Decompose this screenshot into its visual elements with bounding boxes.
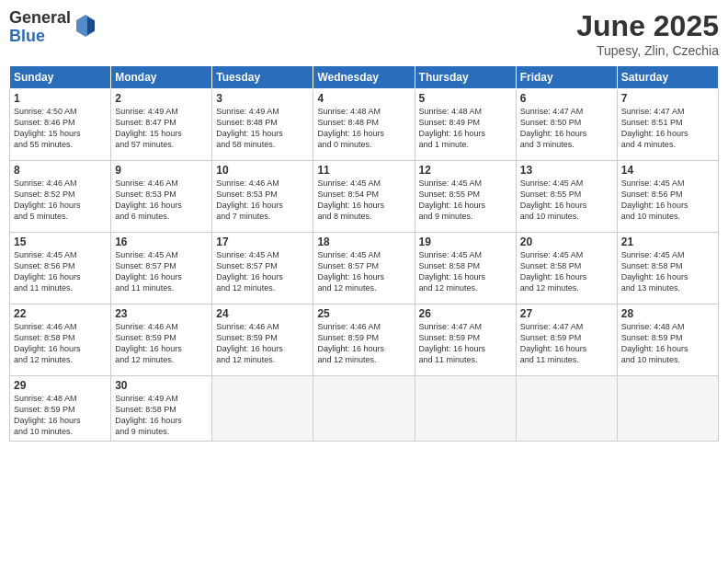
day-number: 19 xyxy=(419,236,512,248)
day-info: Sunrise: 4:50 AM Sunset: 8:46 PM Dayligh… xyxy=(14,106,107,151)
day-info: Sunrise: 4:49 AM Sunset: 8:47 PM Dayligh… xyxy=(115,106,208,151)
logo-text: General Blue xyxy=(9,9,71,46)
table-row: 28Sunrise: 4:48 AM Sunset: 8:59 PM Dayli… xyxy=(617,304,718,376)
table-row: 8Sunrise: 4:46 AM Sunset: 8:52 PM Daylig… xyxy=(10,161,111,233)
day-info: Sunrise: 4:45 AM Sunset: 8:56 PM Dayligh… xyxy=(14,249,107,294)
table-row: 19Sunrise: 4:45 AM Sunset: 8:58 PM Dayli… xyxy=(415,233,516,304)
table-row: 20Sunrise: 4:45 AM Sunset: 8:58 PM Dayli… xyxy=(516,233,617,304)
table-row: 25Sunrise: 4:46 AM Sunset: 8:59 PM Dayli… xyxy=(313,304,415,376)
table-row: 13Sunrise: 4:45 AM Sunset: 8:55 PM Dayli… xyxy=(516,161,617,233)
table-row: 30Sunrise: 4:49 AM Sunset: 8:58 PM Dayli… xyxy=(111,376,212,442)
day-info: Sunrise: 4:46 AM Sunset: 8:59 PM Dayligh… xyxy=(216,321,309,366)
day-info: Sunrise: 4:46 AM Sunset: 8:52 PM Dayligh… xyxy=(14,178,107,223)
logo-general: General xyxy=(9,9,71,28)
table-row xyxy=(313,376,415,442)
day-info: Sunrise: 4:48 AM Sunset: 8:59 PM Dayligh… xyxy=(14,393,107,438)
calendar-row: 8Sunrise: 4:46 AM Sunset: 8:52 PM Daylig… xyxy=(10,161,719,233)
day-number: 2 xyxy=(115,92,208,105)
table-row: 21Sunrise: 4:45 AM Sunset: 8:58 PM Dayli… xyxy=(617,233,718,304)
col-wednesday: Wednesday xyxy=(313,66,415,89)
day-info: Sunrise: 4:45 AM Sunset: 8:58 PM Dayligh… xyxy=(520,249,613,294)
day-info: Sunrise: 4:48 AM Sunset: 8:49 PM Dayligh… xyxy=(419,106,512,151)
col-tuesday: Tuesday xyxy=(212,66,313,89)
logo-icon xyxy=(74,13,97,39)
title-block: June 2025 Tupesy, Zlin, Czechia xyxy=(576,9,719,58)
logo-blue: Blue xyxy=(9,28,71,46)
table-row: 18Sunrise: 4:45 AM Sunset: 8:57 PM Dayli… xyxy=(313,233,415,304)
col-saturday: Saturday xyxy=(617,66,718,89)
table-row: 1Sunrise: 4:50 AM Sunset: 8:46 PM Daylig… xyxy=(10,89,111,161)
table-row: 5Sunrise: 4:48 AM Sunset: 8:49 PM Daylig… xyxy=(415,89,516,161)
table-row: 16Sunrise: 4:45 AM Sunset: 8:57 PM Dayli… xyxy=(111,233,212,304)
table-row: 9Sunrise: 4:46 AM Sunset: 8:53 PM Daylig… xyxy=(111,161,212,233)
calendar-row: 22Sunrise: 4:46 AM Sunset: 8:58 PM Dayli… xyxy=(10,304,719,376)
day-number: 4 xyxy=(317,92,410,105)
table-row: 12Sunrise: 4:45 AM Sunset: 8:55 PM Dayli… xyxy=(415,161,516,233)
day-number: 7 xyxy=(621,92,714,105)
table-row: 23Sunrise: 4:46 AM Sunset: 8:59 PM Dayli… xyxy=(111,304,212,376)
col-sunday: Sunday xyxy=(10,66,111,89)
day-number: 21 xyxy=(621,236,714,248)
day-info: Sunrise: 4:45 AM Sunset: 8:55 PM Dayligh… xyxy=(520,178,613,223)
day-number: 9 xyxy=(115,164,208,177)
day-info: Sunrise: 4:46 AM Sunset: 8:59 PM Dayligh… xyxy=(317,321,410,366)
day-number: 17 xyxy=(216,236,309,248)
day-info: Sunrise: 4:48 AM Sunset: 8:59 PM Dayligh… xyxy=(621,321,714,366)
calendar-table: Sunday Monday Tuesday Wednesday Thursday… xyxy=(9,65,719,442)
logo: General Blue xyxy=(9,9,97,46)
day-info: Sunrise: 4:48 AM Sunset: 8:48 PM Dayligh… xyxy=(317,106,410,151)
table-row: 6Sunrise: 4:47 AM Sunset: 8:50 PM Daylig… xyxy=(516,89,617,161)
day-info: Sunrise: 4:45 AM Sunset: 8:56 PM Dayligh… xyxy=(621,178,714,223)
day-info: Sunrise: 4:45 AM Sunset: 8:58 PM Dayligh… xyxy=(419,249,512,294)
day-info: Sunrise: 4:45 AM Sunset: 8:57 PM Dayligh… xyxy=(115,249,208,294)
table-row: 22Sunrise: 4:46 AM Sunset: 8:58 PM Dayli… xyxy=(10,304,111,376)
day-number: 3 xyxy=(216,92,309,105)
day-info: Sunrise: 4:46 AM Sunset: 8:59 PM Dayligh… xyxy=(115,321,208,366)
day-number: 13 xyxy=(520,164,613,177)
day-number: 25 xyxy=(317,307,410,320)
month-title: June 2025 xyxy=(576,9,719,43)
day-number: 5 xyxy=(419,92,512,105)
table-row xyxy=(516,376,617,442)
page: General Blue June 2025 Tupesy, Zlin, Cze… xyxy=(0,0,728,563)
day-number: 14 xyxy=(621,164,714,177)
table-row: 7Sunrise: 4:47 AM Sunset: 8:51 PM Daylig… xyxy=(617,89,718,161)
day-info: Sunrise: 4:45 AM Sunset: 8:55 PM Dayligh… xyxy=(419,178,512,223)
calendar-row: 1Sunrise: 4:50 AM Sunset: 8:46 PM Daylig… xyxy=(10,89,719,161)
day-number: 8 xyxy=(14,164,107,177)
col-thursday: Thursday xyxy=(415,66,516,89)
location: Tupesy, Zlin, Czechia xyxy=(576,43,719,58)
day-number: 11 xyxy=(317,164,410,177)
table-row: 24Sunrise: 4:46 AM Sunset: 8:59 PM Dayli… xyxy=(212,304,313,376)
day-info: Sunrise: 4:45 AM Sunset: 8:57 PM Dayligh… xyxy=(216,249,309,294)
table-row: 10Sunrise: 4:46 AM Sunset: 8:53 PM Dayli… xyxy=(212,161,313,233)
day-number: 29 xyxy=(14,379,107,392)
table-row: 15Sunrise: 4:45 AM Sunset: 8:56 PM Dayli… xyxy=(10,233,111,304)
table-row xyxy=(212,376,313,442)
day-number: 23 xyxy=(115,307,208,320)
day-info: Sunrise: 4:47 AM Sunset: 8:51 PM Dayligh… xyxy=(621,106,714,151)
day-number: 26 xyxy=(419,307,512,320)
day-number: 18 xyxy=(317,236,410,248)
day-number: 12 xyxy=(419,164,512,177)
day-number: 28 xyxy=(621,307,714,320)
col-friday: Friday xyxy=(516,66,617,89)
table-row: 3Sunrise: 4:49 AM Sunset: 8:48 PM Daylig… xyxy=(212,89,313,161)
table-row: 26Sunrise: 4:47 AM Sunset: 8:59 PM Dayli… xyxy=(415,304,516,376)
header-row: Sunday Monday Tuesday Wednesday Thursday… xyxy=(10,66,719,89)
day-info: Sunrise: 4:47 AM Sunset: 8:59 PM Dayligh… xyxy=(419,321,512,366)
day-number: 30 xyxy=(115,379,208,392)
day-info: Sunrise: 4:46 AM Sunset: 8:53 PM Dayligh… xyxy=(216,178,309,223)
day-number: 20 xyxy=(520,236,613,248)
day-info: Sunrise: 4:46 AM Sunset: 8:58 PM Dayligh… xyxy=(14,321,107,366)
day-number: 24 xyxy=(216,307,309,320)
table-row: 27Sunrise: 4:47 AM Sunset: 8:59 PM Dayli… xyxy=(516,304,617,376)
calendar-row: 15Sunrise: 4:45 AM Sunset: 8:56 PM Dayli… xyxy=(10,233,719,304)
day-number: 27 xyxy=(520,307,613,320)
table-row xyxy=(617,376,718,442)
svg-marker-1 xyxy=(87,17,95,35)
day-number: 15 xyxy=(14,236,107,248)
day-info: Sunrise: 4:49 AM Sunset: 8:48 PM Dayligh… xyxy=(216,106,309,151)
table-row: 4Sunrise: 4:48 AM Sunset: 8:48 PM Daylig… xyxy=(313,89,415,161)
day-number: 10 xyxy=(216,164,309,177)
